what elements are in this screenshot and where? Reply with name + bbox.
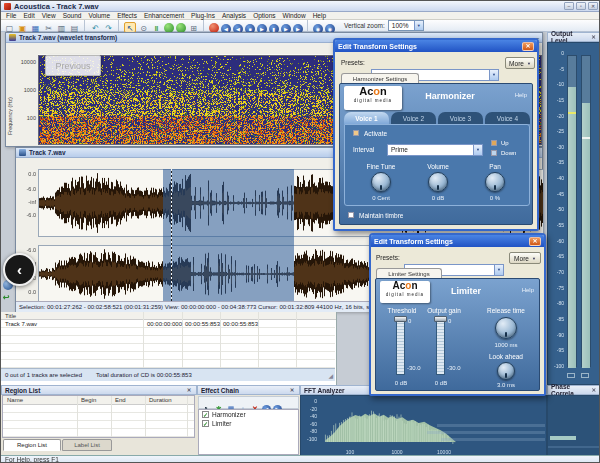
record-icon[interactable]: ● [209, 23, 219, 33]
region-list-grid[interactable] [3, 405, 194, 437]
phase-titlebar[interactable]: Phase Correla... ✕ [547, 385, 600, 395]
meter-scale: 0-5-10-15-20-25-30-35-40-45-50-55-60-65-… [549, 51, 564, 369]
look-ahead-knob[interactable] [497, 362, 515, 380]
select-tool-icon[interactable]: ↖ [124, 22, 136, 33]
region-list-body: Name Begin End Duration [2, 395, 195, 438]
meter-scale-label: -45 [549, 192, 564, 197]
effect-item-limiter[interactable]: ✓ Limiter [199, 419, 298, 428]
col-duration[interactable]: Duration [149, 396, 172, 404]
output-gain-bottom-tick: -30.0 [447, 365, 467, 371]
meter-scale-label: -35 [549, 160, 564, 165]
cd-selected-status: 0 out of 1 tracks are selected [5, 372, 82, 378]
output-level-titlebar[interactable]: Output Level... ✕ [547, 32, 600, 42]
help-link[interactable]: Help [515, 92, 527, 98]
threshold-top-tick: 0 [408, 318, 422, 324]
meter-left-peak [568, 112, 576, 114]
loop-tool-icon[interactable]: ● [176, 23, 186, 33]
pan-label: Pan [469, 163, 521, 170]
maximize-button[interactable]: ▫ [576, 2, 586, 10]
cd-row-duration[interactable]: 00:00:55:853 [223, 321, 258, 327]
checkbox-checked-icon[interactable]: ✓ [202, 420, 209, 427]
tab-region-list[interactable]: Region List [3, 439, 61, 451]
close-icon[interactable]: ✕ [590, 34, 597, 40]
fft-plot[interactable] [319, 398, 545, 450]
fine-tune-label: Fine Tune [355, 163, 407, 170]
meter-scale-label: -70 [549, 270, 564, 275]
cd-row-title[interactable]: Track 7.wav [5, 321, 37, 327]
back-nav-button[interactable]: ‹ [3, 253, 36, 286]
waveform-selection[interactable] [163, 169, 294, 301]
meter-left-fill [568, 87, 576, 368]
tab-label-list[interactable]: Label List [62, 439, 112, 451]
volume-knob[interactable] [428, 172, 448, 192]
harmonizer-dialog-titlebar[interactable]: Edit Transform Settings ✕ [335, 40, 537, 52]
up-checkbox[interactable] [491, 140, 497, 146]
output-gain-top-tick: 0 [448, 318, 462, 324]
effect-chain-title: Effect Chain [201, 387, 239, 394]
playback-cursor[interactable] [171, 169, 172, 301]
threshold-label: Threshold [382, 307, 422, 314]
voice-tab-1[interactable]: Voice 1 [344, 112, 389, 124]
more-button[interactable]: More▼ [509, 252, 541, 264]
chevron-down-icon[interactable]: ▼ [489, 70, 498, 80]
clip-indicator-left[interactable] [567, 373, 575, 378]
close-icon[interactable]: ✕ [185, 387, 193, 393]
region-list-titlebar[interactable]: Region List ✕ [1, 385, 197, 395]
amp-tick: -inf [16, 199, 36, 205]
help-link[interactable]: Help [522, 287, 534, 293]
cd-row-end[interactable]: 00:00:55:853 [185, 321, 220, 327]
meter-scale-label: -90 [549, 333, 564, 338]
voice-tab-3[interactable]: Voice 3 [438, 112, 483, 124]
fft-y-label: -60 [303, 421, 317, 427]
waveform-title: Track 7.wav [29, 149, 66, 156]
close-button[interactable]: ✕ [588, 2, 598, 10]
col-end[interactable]: End [115, 396, 126, 404]
interval-combo[interactable]: Prime ▼ [387, 144, 483, 156]
previous-tooltip: Previous [45, 55, 101, 76]
maintain-timbre-checkbox[interactable] [348, 212, 354, 218]
green-arrow-icon[interactable]: ↩ [3, 293, 10, 302]
effect-item-harmonizer[interactable]: ✓ Harmonizer [199, 410, 298, 419]
clip-indicator-right[interactable] [581, 373, 589, 378]
resize-grip-icon[interactable]: ◢ [328, 372, 333, 379]
close-icon[interactable]: ✕ [529, 237, 541, 246]
voice-tab-4[interactable]: Voice 4 [485, 112, 530, 124]
threshold-slider[interactable] [396, 317, 405, 375]
vertical-zoom-select[interactable]: 100% ▼ [388, 20, 424, 31]
output-gain-label: Output gain [422, 307, 466, 314]
cd-list-grid[interactable] [1, 320, 335, 368]
phase-meter-line [548, 446, 600, 448]
chevron-down-icon[interactable]: ▼ [494, 265, 503, 275]
cd-column-title: Title [5, 313, 16, 319]
output-gain-handle[interactable] [434, 316, 447, 322]
col-begin[interactable]: Begin [81, 396, 96, 404]
cd-row-begin[interactable]: 00:00:00:000 [147, 321, 182, 327]
meter-scale-label: -20 [549, 114, 564, 119]
release-time-knob[interactable] [495, 317, 517, 339]
close-icon[interactable]: ✕ [591, 387, 597, 393]
chevron-down-icon[interactable]: ▼ [473, 145, 482, 155]
voice-tabs: Voice 1Voice 2Voice 3Voice 4 [344, 112, 530, 124]
effect-chain-titlebar[interactable]: Effect Chain ✕ [197, 385, 300, 395]
checkbox-checked-icon[interactable]: ✓ [202, 411, 209, 418]
close-icon[interactable]: ✕ [288, 387, 296, 393]
meter-scale-label: -85 [549, 317, 564, 322]
fine-tune-knob[interactable] [371, 172, 391, 192]
minimize-button[interactable]: – [564, 2, 574, 10]
toolbar-separator [307, 20, 309, 31]
voice-tab-2[interactable]: Voice 2 [391, 112, 436, 124]
activate-checkbox[interactable] [353, 130, 359, 136]
close-icon[interactable]: ✕ [522, 42, 534, 51]
down-checkbox[interactable] [491, 150, 497, 156]
col-name[interactable]: Name [7, 396, 23, 404]
plugin-title: Limiter [426, 286, 506, 296]
play-tool-icon[interactable]: ● [164, 23, 174, 33]
output-gain-slider[interactable] [436, 317, 445, 375]
chevron-down-icon[interactable]: ▼ [414, 21, 423, 30]
more-button[interactable]: More▼ [505, 57, 535, 69]
pan-knob[interactable] [485, 172, 505, 192]
threshold-handle[interactable] [394, 316, 407, 322]
title-bar[interactable]: Acoustica - Track 7.wav – ▫ ✕ [1, 1, 600, 12]
limiter-dialog: Edit Transform Settings ✕ Presets: ▼ Mor… [369, 233, 546, 396]
limiter-dialog-titlebar[interactable]: Edit Transform Settings ✕ [371, 235, 544, 247]
